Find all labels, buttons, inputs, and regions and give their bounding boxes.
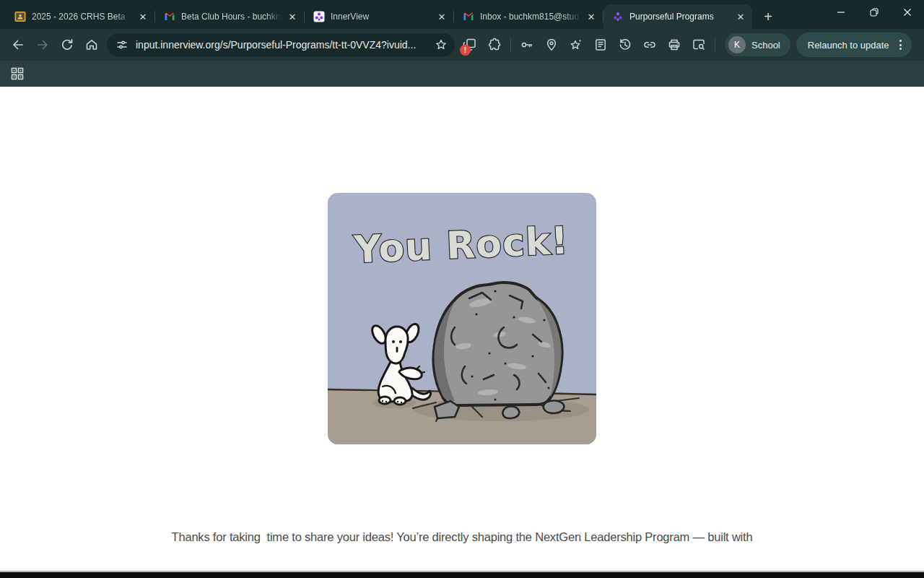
star-sparkle-icon <box>569 38 583 52</box>
thank-you-line-1: Thanks for taking time to share your ide… <box>0 530 924 544</box>
thank-you-message: Thanks for taking time to share your ide… <box>0 501 924 578</box>
toolbar-separator <box>510 38 511 52</box>
window-controls <box>824 0 924 25</box>
bookmark-star-sparkle-button[interactable] <box>564 33 588 57</box>
screen-search-icon <box>692 38 706 52</box>
menu-dots-icon[interactable] <box>897 37 905 53</box>
tune-icon <box>116 38 128 51</box>
bookmarks-bar <box>0 61 924 87</box>
star-icon[interactable] <box>435 38 448 51</box>
location-button[interactable] <box>539 33 564 57</box>
reload-icon <box>60 38 74 52</box>
home-button[interactable] <box>79 33 104 57</box>
toolbar-separator <box>715 38 715 52</box>
close-window-button[interactable] <box>891 0 924 25</box>
profile-chip[interactable]: K School <box>725 33 790 56</box>
copy-link-button[interactable] <box>637 33 662 57</box>
tab-title: InnerView <box>331 12 430 22</box>
cartoon-rock <box>434 282 562 405</box>
history-button[interactable] <box>613 33 637 57</box>
print-icon <box>667 38 681 52</box>
new-tab-button[interactable]: + <box>758 7 778 27</box>
apps-grid-button[interactable] <box>7 64 27 84</box>
tab-title: Beta Club Hours - buchkm <box>181 12 281 22</box>
apps-grid-icon <box>10 66 25 81</box>
innerview-glyph-icon <box>612 11 624 22</box>
password-manager-button[interactable] <box>515 33 539 57</box>
tab-strip: 2025 - 2026 CRHS Beta ✕ Beta Club Hours … <box>0 0 924 29</box>
tab-alert-button[interactable]: ! <box>458 33 482 57</box>
back-button[interactable] <box>6 33 30 57</box>
tab-close-icon[interactable]: ✕ <box>735 11 746 22</box>
tab-close-icon[interactable]: ✕ <box>137 11 149 22</box>
extensions-icon <box>487 38 502 52</box>
gmail-icon <box>164 11 175 22</box>
tab-title: Inbox - buchkm815@stud <box>480 12 580 22</box>
extensions-button[interactable] <box>482 33 507 57</box>
location-icon <box>544 38 559 52</box>
tab-innerview[interactable]: InnerView ✕ <box>305 4 453 29</box>
back-icon <box>11 38 25 52</box>
toolbar: input.innerview.org/s/Purporseful-Progra… <box>0 29 924 61</box>
gmail-icon <box>463 11 474 22</box>
relaunch-label: Relaunch to update <box>808 40 889 51</box>
tab-inbox[interactable]: Inbox - buchkm815@stud ✕ <box>454 4 603 29</box>
you-rock-cartoon: You Rock! <box>328 193 596 444</box>
reading-list-icon <box>593 38 608 52</box>
forward-icon <box>35 38 50 52</box>
tab-title: 2025 - 2026 CRHS Beta <box>32 12 131 22</box>
tab-beta-club-hours[interactable]: Beta Club Hours - buchkm ✕ <box>155 4 304 29</box>
reading-list-button[interactable] <box>588 33 613 57</box>
tab-close-icon[interactable]: ✕ <box>287 11 298 22</box>
print-button[interactable] <box>662 33 687 57</box>
address-bar[interactable]: input.innerview.org/s/Purporseful-Progra… <box>107 33 455 56</box>
profile-label: School <box>751 40 780 51</box>
link-icon <box>642 38 657 52</box>
relaunch-to-update-button[interactable]: Relaunch to update <box>796 33 912 57</box>
screen-search-button[interactable] <box>687 33 711 57</box>
tab-title: Purporseful Programs <box>629 12 729 22</box>
tab-close-icon[interactable]: ✕ <box>585 11 597 22</box>
forward-button[interactable] <box>30 33 55 57</box>
history-icon <box>618 38 632 52</box>
key-icon <box>520 38 534 52</box>
tab-purporseful-programs[interactable]: Purporseful Programs ✕ <box>603 4 752 29</box>
url-text: input.innerview.org/s/Purporseful-Progra… <box>136 39 435 51</box>
tab-crhs-beta[interactable]: 2025 - 2026 CRHS Beta ✕ <box>6 4 154 29</box>
tab-close-icon[interactable]: ✕ <box>436 11 448 22</box>
restore-button[interactable] <box>858 0 891 25</box>
innerview-icon <box>313 11 325 22</box>
alert-badge: ! <box>460 45 471 56</box>
you-rock-image: You Rock! <box>328 193 596 444</box>
reload-button[interactable] <box>55 33 79 57</box>
page-content: You Rock! Thanks for taking time to shar… <box>0 87 924 571</box>
minimize-button[interactable] <box>824 0 858 25</box>
avatar: K <box>728 36 746 53</box>
home-icon <box>84 38 99 52</box>
classroom-icon <box>14 11 26 22</box>
bottom-edge-strip <box>0 572 924 578</box>
